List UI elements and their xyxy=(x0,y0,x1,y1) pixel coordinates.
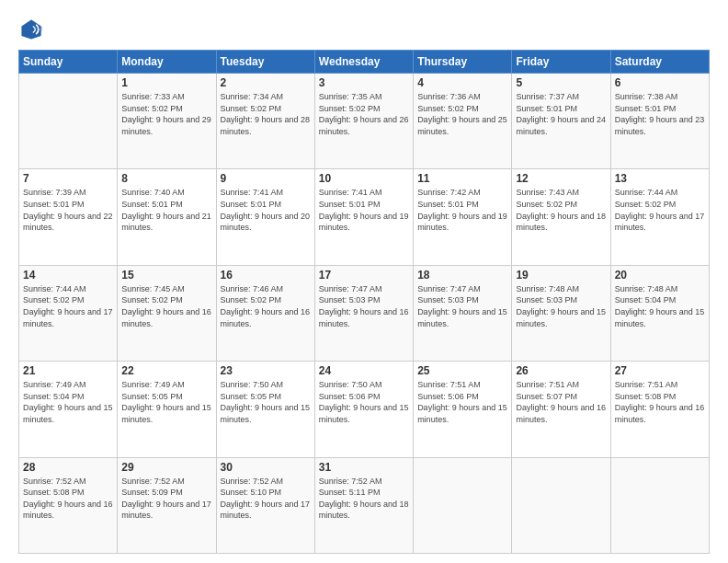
day-number: 21 xyxy=(23,364,113,377)
week-row-2: 7Sunrise: 7:39 AMSunset: 5:01 PMDaylight… xyxy=(19,169,710,265)
day-number: 24 xyxy=(319,364,409,377)
day-cell: 20Sunrise: 7:48 AMSunset: 5:04 PMDayligh… xyxy=(610,265,709,361)
col-header-monday: Monday xyxy=(118,51,216,74)
day-info: Sunrise: 7:47 AMSunset: 5:03 PMDaylight:… xyxy=(319,283,409,329)
day-info: Sunrise: 7:51 AMSunset: 5:08 PMDaylight:… xyxy=(615,379,705,425)
week-row-1: 1Sunrise: 7:33 AMSunset: 5:02 PMDaylight… xyxy=(19,74,710,169)
day-cell: 7Sunrise: 7:39 AMSunset: 5:01 PMDaylight… xyxy=(19,169,118,265)
day-cell: 13Sunrise: 7:44 AMSunset: 5:02 PMDayligh… xyxy=(610,169,709,265)
day-number: 25 xyxy=(417,364,507,377)
day-info: Sunrise: 7:41 AMSunset: 5:01 PMDaylight:… xyxy=(221,187,311,233)
day-number: 11 xyxy=(417,172,507,185)
day-number: 9 xyxy=(221,172,311,185)
day-cell: 19Sunrise: 7:48 AMSunset: 5:03 PMDayligh… xyxy=(512,265,610,361)
day-cell: 21Sunrise: 7:49 AMSunset: 5:04 PMDayligh… xyxy=(19,362,118,457)
week-row-4: 21Sunrise: 7:49 AMSunset: 5:04 PMDayligh… xyxy=(19,362,710,457)
day-info: Sunrise: 7:51 AMSunset: 5:06 PMDaylight:… xyxy=(417,379,507,425)
day-cell: 31Sunrise: 7:52 AMSunset: 5:11 PMDayligh… xyxy=(314,457,413,553)
day-number: 6 xyxy=(615,76,705,89)
day-number: 1 xyxy=(121,76,211,89)
week-row-3: 14Sunrise: 7:44 AMSunset: 5:02 PMDayligh… xyxy=(19,265,710,361)
day-cell: 1Sunrise: 7:33 AMSunset: 5:02 PMDaylight… xyxy=(118,74,216,169)
day-number: 13 xyxy=(615,172,705,185)
col-header-saturday: Saturday xyxy=(610,51,709,74)
day-cell: 9Sunrise: 7:41 AMSunset: 5:01 PMDaylight… xyxy=(216,169,314,265)
day-number: 26 xyxy=(516,364,606,377)
day-info: Sunrise: 7:45 AMSunset: 5:02 PMDaylight:… xyxy=(121,283,211,329)
day-cell: 26Sunrise: 7:51 AMSunset: 5:07 PMDayligh… xyxy=(512,362,610,457)
day-cell xyxy=(512,457,610,553)
day-cell: 3Sunrise: 7:35 AMSunset: 5:02 PMDaylight… xyxy=(314,74,413,169)
day-info: Sunrise: 7:52 AMSunset: 5:08 PMDaylight:… xyxy=(23,476,113,522)
day-number: 22 xyxy=(121,364,211,377)
day-cell: 30Sunrise: 7:52 AMSunset: 5:10 PMDayligh… xyxy=(216,457,314,553)
day-cell: 22Sunrise: 7:49 AMSunset: 5:05 PMDayligh… xyxy=(118,362,216,457)
day-number: 19 xyxy=(516,269,606,282)
day-cell: 11Sunrise: 7:42 AMSunset: 5:01 PMDayligh… xyxy=(414,169,512,265)
day-number: 8 xyxy=(121,172,211,185)
day-number: 7 xyxy=(23,172,113,185)
day-info: Sunrise: 7:48 AMSunset: 5:04 PMDaylight:… xyxy=(615,283,705,329)
day-info: Sunrise: 7:40 AMSunset: 5:01 PMDaylight:… xyxy=(121,187,211,233)
day-info: Sunrise: 7:52 AMSunset: 5:10 PMDaylight:… xyxy=(221,476,311,522)
header xyxy=(18,17,710,42)
day-info: Sunrise: 7:50 AMSunset: 5:06 PMDaylight:… xyxy=(319,379,409,425)
day-info: Sunrise: 7:34 AMSunset: 5:02 PMDaylight:… xyxy=(221,91,311,137)
day-info: Sunrise: 7:50 AMSunset: 5:05 PMDaylight:… xyxy=(221,379,311,425)
day-number: 15 xyxy=(121,269,211,282)
day-number: 27 xyxy=(615,364,705,377)
day-cell xyxy=(610,457,709,553)
logo xyxy=(18,17,48,42)
day-cell: 17Sunrise: 7:47 AMSunset: 5:03 PMDayligh… xyxy=(314,265,413,361)
week-row-5: 28Sunrise: 7:52 AMSunset: 5:08 PMDayligh… xyxy=(19,457,710,553)
col-header-thursday: Thursday xyxy=(414,51,512,74)
day-info: Sunrise: 7:39 AMSunset: 5:01 PMDaylight:… xyxy=(23,187,113,233)
day-info: Sunrise: 7:37 AMSunset: 5:01 PMDaylight:… xyxy=(516,91,606,137)
col-header-sunday: Sunday xyxy=(19,51,118,74)
day-cell: 27Sunrise: 7:51 AMSunset: 5:08 PMDayligh… xyxy=(610,362,709,457)
day-number: 2 xyxy=(221,76,311,89)
day-cell: 16Sunrise: 7:46 AMSunset: 5:02 PMDayligh… xyxy=(216,265,314,361)
day-cell: 4Sunrise: 7:36 AMSunset: 5:02 PMDaylight… xyxy=(414,74,512,169)
day-number: 28 xyxy=(23,461,113,474)
day-cell: 15Sunrise: 7:45 AMSunset: 5:02 PMDayligh… xyxy=(118,265,216,361)
day-number: 12 xyxy=(516,172,606,185)
day-info: Sunrise: 7:35 AMSunset: 5:02 PMDaylight:… xyxy=(319,91,409,137)
day-info: Sunrise: 7:38 AMSunset: 5:01 PMDaylight:… xyxy=(615,91,705,137)
day-number: 29 xyxy=(121,461,211,474)
day-info: Sunrise: 7:42 AMSunset: 5:01 PMDaylight:… xyxy=(417,187,507,233)
day-number: 4 xyxy=(417,76,507,89)
day-info: Sunrise: 7:33 AMSunset: 5:02 PMDaylight:… xyxy=(121,91,211,137)
day-info: Sunrise: 7:49 AMSunset: 5:04 PMDaylight:… xyxy=(23,379,113,425)
day-cell: 24Sunrise: 7:50 AMSunset: 5:06 PMDayligh… xyxy=(314,362,413,457)
day-number: 14 xyxy=(23,269,113,282)
day-number: 5 xyxy=(516,76,606,89)
day-info: Sunrise: 7:47 AMSunset: 5:03 PMDaylight:… xyxy=(417,283,507,329)
day-number: 23 xyxy=(221,364,311,377)
day-number: 3 xyxy=(319,76,409,89)
day-cell: 8Sunrise: 7:40 AMSunset: 5:01 PMDaylight… xyxy=(118,169,216,265)
day-cell: 12Sunrise: 7:43 AMSunset: 5:02 PMDayligh… xyxy=(512,169,610,265)
day-number: 16 xyxy=(221,269,311,282)
day-cell: 5Sunrise: 7:37 AMSunset: 5:01 PMDaylight… xyxy=(512,74,610,169)
day-number: 17 xyxy=(319,269,409,282)
col-header-tuesday: Tuesday xyxy=(216,51,314,74)
day-info: Sunrise: 7:41 AMSunset: 5:01 PMDaylight:… xyxy=(319,187,409,233)
day-info: Sunrise: 7:44 AMSunset: 5:02 PMDaylight:… xyxy=(615,187,705,233)
page: SundayMondayTuesdayWednesdayThursdayFrid… xyxy=(0,0,728,563)
day-cell: 10Sunrise: 7:41 AMSunset: 5:01 PMDayligh… xyxy=(314,169,413,265)
day-cell: 14Sunrise: 7:44 AMSunset: 5:02 PMDayligh… xyxy=(19,265,118,361)
day-info: Sunrise: 7:43 AMSunset: 5:02 PMDaylight:… xyxy=(516,187,606,233)
day-cell xyxy=(19,74,118,169)
day-info: Sunrise: 7:52 AMSunset: 5:09 PMDaylight:… xyxy=(121,476,211,522)
day-number: 20 xyxy=(615,269,705,282)
day-info: Sunrise: 7:49 AMSunset: 5:05 PMDaylight:… xyxy=(121,379,211,425)
day-info: Sunrise: 7:48 AMSunset: 5:03 PMDaylight:… xyxy=(516,283,606,329)
day-cell: 6Sunrise: 7:38 AMSunset: 5:01 PMDaylight… xyxy=(610,74,709,169)
day-number: 18 xyxy=(417,269,507,282)
day-info: Sunrise: 7:44 AMSunset: 5:02 PMDaylight:… xyxy=(23,283,113,329)
day-cell: 18Sunrise: 7:47 AMSunset: 5:03 PMDayligh… xyxy=(414,265,512,361)
logo-icon xyxy=(18,17,44,42)
day-info: Sunrise: 7:36 AMSunset: 5:02 PMDaylight:… xyxy=(417,91,507,137)
day-cell: 29Sunrise: 7:52 AMSunset: 5:09 PMDayligh… xyxy=(118,457,216,553)
